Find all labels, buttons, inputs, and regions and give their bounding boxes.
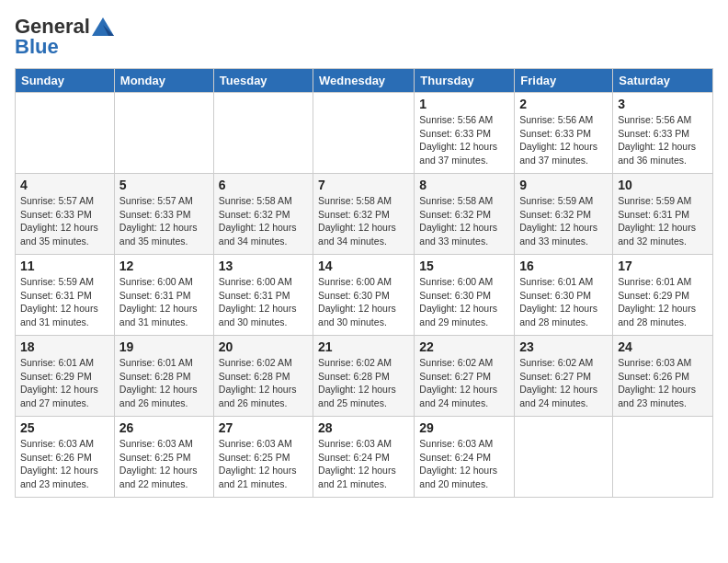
calendar-cell: 16Sunrise: 6:01 AMSunset: 6:30 PMDayligh… <box>515 255 613 336</box>
calendar-week-1: 1Sunrise: 5:56 AMSunset: 6:33 PMDaylight… <box>16 93 713 174</box>
day-number: 26 <box>119 420 209 435</box>
calendar-cell: 17Sunrise: 6:01 AMSunset: 6:29 PMDayligh… <box>613 255 713 336</box>
calendar-cell: 2Sunrise: 5:56 AMSunset: 6:33 PMDaylight… <box>515 93 613 174</box>
calendar-cell <box>313 93 415 174</box>
day-info: Sunrise: 6:00 AMSunset: 6:31 PMDaylight:… <box>119 275 209 329</box>
day-number: 13 <box>219 259 308 273</box>
weekday-header-thursday: Thursday <box>415 69 515 93</box>
calendar-cell: 15Sunrise: 6:00 AMSunset: 6:30 PMDayligh… <box>415 255 515 336</box>
calendar-cell: 10Sunrise: 5:59 AMSunset: 6:31 PMDayligh… <box>613 174 713 255</box>
day-info: Sunrise: 5:59 AMSunset: 6:32 PMDaylight:… <box>519 194 608 248</box>
day-info: Sunrise: 5:56 AMSunset: 6:33 PMDaylight:… <box>519 113 608 167</box>
day-number: 6 <box>219 178 308 192</box>
day-number: 8 <box>419 178 509 192</box>
calendar-cell <box>515 417 613 498</box>
day-number: 23 <box>519 339 608 354</box>
calendar-cell: 5Sunrise: 5:57 AMSunset: 6:33 PMDaylight… <box>114 174 213 255</box>
day-info: Sunrise: 6:03 AMSunset: 6:25 PMDaylight:… <box>219 437 308 491</box>
day-info: Sunrise: 6:01 AMSunset: 6:28 PMDaylight:… <box>119 356 209 410</box>
day-info: Sunrise: 6:03 AMSunset: 6:26 PMDaylight:… <box>20 437 109 491</box>
day-number: 4 <box>20 178 109 192</box>
calendar-cell: 7Sunrise: 5:58 AMSunset: 6:32 PMDaylight… <box>313 174 415 255</box>
day-number: 1 <box>419 97 509 111</box>
day-number: 22 <box>419 339 509 354</box>
calendar-cell: 18Sunrise: 6:01 AMSunset: 6:29 PMDayligh… <box>16 336 115 417</box>
day-number: 10 <box>618 178 708 192</box>
day-number: 19 <box>119 339 209 354</box>
day-number: 14 <box>318 259 409 273</box>
day-info: Sunrise: 6:02 AMSunset: 6:27 PMDaylight:… <box>419 356 509 410</box>
day-info: Sunrise: 6:03 AMSunset: 6:26 PMDaylight:… <box>618 356 708 410</box>
day-info: Sunrise: 5:56 AMSunset: 6:33 PMDaylight:… <box>419 113 509 167</box>
calendar-cell: 28Sunrise: 6:03 AMSunset: 6:24 PMDayligh… <box>313 417 415 498</box>
calendar-cell: 6Sunrise: 5:58 AMSunset: 6:32 PMDaylight… <box>213 174 313 255</box>
day-number: 18 <box>20 339 109 354</box>
day-info: Sunrise: 6:00 AMSunset: 6:30 PMDaylight:… <box>419 275 509 329</box>
calendar-week-5: 25Sunrise: 6:03 AMSunset: 6:26 PMDayligh… <box>16 417 713 498</box>
calendar-week-3: 11Sunrise: 5:59 AMSunset: 6:31 PMDayligh… <box>16 255 713 336</box>
calendar-cell: 1Sunrise: 5:56 AMSunset: 6:33 PMDaylight… <box>415 93 515 174</box>
day-number: 24 <box>618 339 708 354</box>
day-info: Sunrise: 6:03 AMSunset: 6:25 PMDaylight:… <box>119 437 209 491</box>
day-info: Sunrise: 5:58 AMSunset: 6:32 PMDaylight:… <box>318 194 409 248</box>
day-number: 15 <box>419 259 509 273</box>
day-number: 12 <box>119 259 209 273</box>
calendar-cell: 14Sunrise: 6:00 AMSunset: 6:30 PMDayligh… <box>313 255 415 336</box>
calendar-cell: 9Sunrise: 5:59 AMSunset: 6:32 PMDaylight… <box>515 174 613 255</box>
day-info: Sunrise: 6:03 AMSunset: 6:24 PMDaylight:… <box>318 437 409 491</box>
calendar-cell: 3Sunrise: 5:56 AMSunset: 6:33 PMDaylight… <box>613 93 713 174</box>
calendar-cell: 12Sunrise: 6:00 AMSunset: 6:31 PMDayligh… <box>114 255 213 336</box>
calendar-cell <box>213 93 313 174</box>
day-info: Sunrise: 5:58 AMSunset: 6:32 PMDaylight:… <box>419 194 509 248</box>
day-info: Sunrise: 6:02 AMSunset: 6:27 PMDaylight:… <box>519 356 608 410</box>
calendar-week-4: 18Sunrise: 6:01 AMSunset: 6:29 PMDayligh… <box>16 336 713 417</box>
calendar-cell <box>16 93 115 174</box>
day-info: Sunrise: 5:59 AMSunset: 6:31 PMDaylight:… <box>20 275 109 329</box>
calendar-cell: 20Sunrise: 6:02 AMSunset: 6:28 PMDayligh… <box>213 336 313 417</box>
day-info: Sunrise: 6:00 AMSunset: 6:30 PMDaylight:… <box>318 275 409 329</box>
day-info: Sunrise: 5:58 AMSunset: 6:32 PMDaylight:… <box>219 194 308 248</box>
day-number: 29 <box>419 420 509 435</box>
day-info: Sunrise: 6:02 AMSunset: 6:28 PMDaylight:… <box>318 356 409 410</box>
calendar-cell: 8Sunrise: 5:58 AMSunset: 6:32 PMDaylight… <box>415 174 515 255</box>
calendar-cell <box>613 417 713 498</box>
day-number: 28 <box>318 420 409 435</box>
day-number: 20 <box>219 339 308 354</box>
day-info: Sunrise: 6:02 AMSunset: 6:28 PMDaylight:… <box>219 356 308 410</box>
day-info: Sunrise: 6:03 AMSunset: 6:24 PMDaylight:… <box>419 437 509 491</box>
calendar-cell: 25Sunrise: 6:03 AMSunset: 6:26 PMDayligh… <box>16 417 115 498</box>
day-number: 17 <box>618 259 708 273</box>
calendar-cell: 26Sunrise: 6:03 AMSunset: 6:25 PMDayligh… <box>114 417 213 498</box>
day-number: 16 <box>519 259 608 273</box>
day-info: Sunrise: 6:01 AMSunset: 6:29 PMDaylight:… <box>618 275 708 329</box>
weekday-header-friday: Friday <box>515 69 613 93</box>
day-number: 5 <box>119 178 209 192</box>
weekday-header-tuesday: Tuesday <box>213 69 313 93</box>
weekday-header-sunday: Sunday <box>16 69 115 93</box>
calendar-header-row: SundayMondayTuesdayWednesdayThursdayFrid… <box>16 69 713 93</box>
calendar-cell: 23Sunrise: 6:02 AMSunset: 6:27 PMDayligh… <box>515 336 613 417</box>
logo-triangle-icon <box>92 17 114 36</box>
day-info: Sunrise: 5:57 AMSunset: 6:33 PMDaylight:… <box>20 194 109 248</box>
logo: General Blue <box>15 15 114 59</box>
day-number: 3 <box>618 97 708 111</box>
day-number: 2 <box>519 97 608 111</box>
page-header: General Blue <box>15 15 713 59</box>
weekday-header-saturday: Saturday <box>613 69 713 93</box>
day-info: Sunrise: 5:59 AMSunset: 6:31 PMDaylight:… <box>618 194 708 248</box>
day-info: Sunrise: 6:00 AMSunset: 6:31 PMDaylight:… <box>219 275 308 329</box>
calendar-cell: 11Sunrise: 5:59 AMSunset: 6:31 PMDayligh… <box>16 255 115 336</box>
day-number: 7 <box>318 178 409 192</box>
day-number: 27 <box>219 420 308 435</box>
calendar-cell: 27Sunrise: 6:03 AMSunset: 6:25 PMDayligh… <box>213 417 313 498</box>
calendar-cell: 4Sunrise: 5:57 AMSunset: 6:33 PMDaylight… <box>16 174 115 255</box>
calendar-cell: 13Sunrise: 6:00 AMSunset: 6:31 PMDayligh… <box>213 255 313 336</box>
calendar-cell <box>114 93 213 174</box>
calendar-table: SundayMondayTuesdayWednesdayThursdayFrid… <box>15 68 713 498</box>
day-info: Sunrise: 6:01 AMSunset: 6:30 PMDaylight:… <box>519 275 608 329</box>
day-number: 11 <box>20 259 109 273</box>
calendar-cell: 21Sunrise: 6:02 AMSunset: 6:28 PMDayligh… <box>313 336 415 417</box>
calendar-cell: 24Sunrise: 6:03 AMSunset: 6:26 PMDayligh… <box>613 336 713 417</box>
calendar-cell: 19Sunrise: 6:01 AMSunset: 6:28 PMDayligh… <box>114 336 213 417</box>
weekday-header-wednesday: Wednesday <box>313 69 415 93</box>
